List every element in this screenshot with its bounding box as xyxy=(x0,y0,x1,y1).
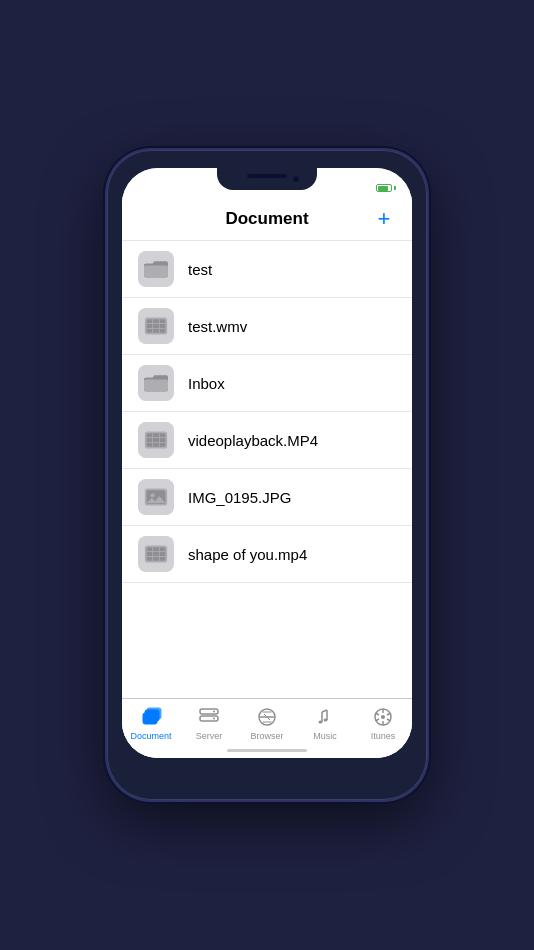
battery-icon: ⚡ xyxy=(376,184,396,192)
svg-rect-29 xyxy=(200,716,218,721)
camera xyxy=(293,176,299,182)
tab-server[interactable]: Server xyxy=(180,705,238,741)
folder-icon xyxy=(138,365,174,401)
svg-point-18 xyxy=(150,493,154,497)
list-item[interactable]: shape of you.mp4 xyxy=(122,526,412,583)
tab-server-label: Server xyxy=(196,731,223,741)
music-tab-icon xyxy=(313,705,337,729)
svg-point-31 xyxy=(213,718,215,720)
tab-music-label: Music xyxy=(313,731,337,741)
svg-rect-3 xyxy=(147,319,166,333)
folder-icon xyxy=(138,251,174,287)
svg-point-30 xyxy=(213,711,215,713)
svg-point-43 xyxy=(381,715,385,719)
list-item[interactable]: Inbox xyxy=(122,355,412,412)
tab-document[interactable]: Document xyxy=(122,705,180,741)
file-name: videoplayback.MP4 xyxy=(188,432,318,449)
speaker xyxy=(247,174,287,178)
tab-browser[interactable]: Browser xyxy=(238,705,296,741)
browser-tab-icon xyxy=(255,705,279,729)
svg-rect-28 xyxy=(200,709,218,714)
file-name: test xyxy=(188,261,212,278)
phone-frame: ⚡ Document + xyxy=(107,150,427,800)
screen: ⚡ Document + xyxy=(122,168,412,758)
svg-rect-9 xyxy=(144,380,168,392)
file-name: IMG_0195.JPG xyxy=(188,489,291,506)
itunes-tab-icon xyxy=(371,705,395,729)
svg-rect-11 xyxy=(147,433,166,447)
svg-point-40 xyxy=(324,719,328,722)
add-button[interactable]: + xyxy=(372,206,396,232)
tab-itunes-label: Itunes xyxy=(371,731,396,741)
video-icon xyxy=(138,536,174,572)
header: Document + xyxy=(122,196,412,241)
notch xyxy=(217,168,317,190)
document-tab-icon xyxy=(139,705,163,729)
svg-rect-20 xyxy=(147,547,166,561)
list-item[interactable]: IMG_0195.JPG xyxy=(122,469,412,526)
battery-body xyxy=(376,184,392,192)
battery-bolt: ⚡ xyxy=(411,168,412,171)
list-item[interactable]: videoplayback.MP4 xyxy=(122,412,412,469)
home-bar xyxy=(227,749,307,752)
battery-fill xyxy=(378,186,388,191)
battery-tip xyxy=(394,186,396,190)
file-name: Inbox xyxy=(188,375,225,392)
file-name: test.wmv xyxy=(188,318,247,335)
svg-point-39 xyxy=(319,721,323,724)
file-name: shape of you.mp4 xyxy=(188,546,307,563)
tab-document-label: Document xyxy=(130,731,171,741)
server-tab-icon xyxy=(197,705,221,729)
list-item[interactable]: test.wmv xyxy=(122,298,412,355)
tab-bar: Document Server xyxy=(122,698,412,745)
list-item[interactable]: test xyxy=(122,241,412,298)
home-indicator xyxy=(122,745,412,758)
tab-itunes[interactable]: Itunes xyxy=(354,705,412,741)
svg-rect-1 xyxy=(144,266,168,278)
main-content: Document + test xyxy=(122,196,412,758)
page-title: Document xyxy=(225,209,308,229)
svg-rect-27 xyxy=(147,708,161,719)
file-list: test test.wmv xyxy=(122,241,412,698)
video-icon xyxy=(138,422,174,458)
image-icon xyxy=(138,479,174,515)
tab-browser-label: Browser xyxy=(250,731,283,741)
video-icon xyxy=(138,308,174,344)
tab-music[interactable]: Music xyxy=(296,705,354,741)
